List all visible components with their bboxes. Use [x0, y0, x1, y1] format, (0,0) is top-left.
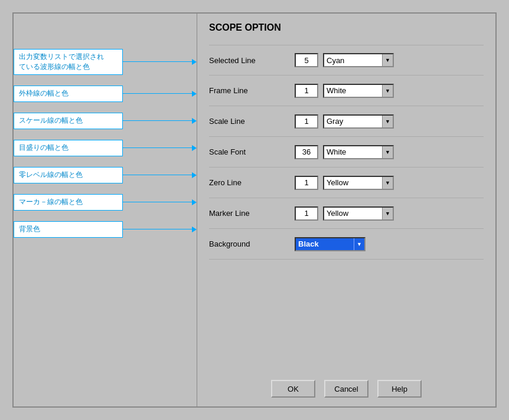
controls-zero-line: Cyan White Gray Yellow Black Red Green B…: [295, 176, 394, 190]
label-selected-line: Selected Line: [209, 56, 295, 65]
arrow-selected-line: [123, 59, 197, 65]
label-zero-line: Zero Line: [209, 178, 295, 187]
color-scale-font[interactable]: Cyan White Gray Yellow Black Red Green B…: [323, 145, 394, 159]
label-marker-line: Marker Line: [209, 209, 295, 218]
arrow-background: [123, 227, 197, 232]
label-frame-line: Frame Line: [209, 86, 295, 95]
color-wrapper-marker-line: Cyan White Gray Yellow Black Red Green B…: [323, 206, 394, 221]
annotation-box-scale-line: スケール線の幅と色: [14, 113, 123, 129]
row-scale-font: Scale Font Cyan White Gray Yellow Black …: [209, 137, 484, 168]
label-scale-font: Scale Font: [209, 147, 295, 156]
color-marker-line[interactable]: Cyan White Gray Yellow Black Red Green B…: [323, 206, 394, 221]
annotation-zero-line: 零レベル線の幅と色: [14, 167, 197, 183]
button-row: OK Cancel Help: [209, 380, 484, 398]
controls-scale-font: Cyan White Gray Yellow Black Red Green B…: [295, 145, 394, 159]
annotation-box-marker-line: マーカ－線の幅と色: [14, 194, 123, 211]
annotation-box-background: 背景色: [14, 221, 123, 238]
arrow-zero-line: [123, 172, 197, 178]
color-wrapper-scale-line: Cyan White Gray Yellow Black Red Green B…: [323, 114, 394, 129]
controls-selected-line: Cyan White Gray Yellow Black Red Green B…: [295, 53, 394, 67]
options-panel: SCOPE OPTION Selected Line Cyan White Gr…: [197, 14, 495, 406]
cancel-button[interactable]: Cancel: [324, 380, 368, 398]
arrow-scale-line: [123, 118, 197, 124]
color-scale-line[interactable]: Cyan White Gray Yellow Black Red Green B…: [323, 114, 394, 129]
arrow-scale-font: [123, 145, 197, 151]
annotation-scale-line: スケール線の幅と色: [14, 113, 197, 129]
color-background[interactable]: Cyan White Gray Yellow Black Red Green B…: [295, 237, 366, 251]
annotation-marker-line: マーカ－線の幅と色: [14, 194, 197, 211]
width-zero-line[interactable]: [295, 176, 318, 190]
width-frame-line[interactable]: [295, 84, 318, 98]
width-scale-font[interactable]: [295, 145, 318, 159]
annotation-box-frame-line: 外枠線の幅と色: [14, 86, 123, 102]
color-zero-line[interactable]: Cyan White Gray Yellow Black Red Green B…: [323, 176, 394, 190]
row-marker-line: Marker Line Cyan White Gray Yellow Black…: [209, 198, 484, 229]
ok-button[interactable]: OK: [271, 380, 315, 398]
annotation-background: 背景色: [14, 221, 197, 238]
controls-background: Cyan White Gray Yellow Black Red Green B…: [295, 237, 366, 251]
color-wrapper-zero-line: Cyan White Gray Yellow Black Red Green B…: [323, 176, 394, 190]
row-selected-line: Selected Line Cyan White Gray Yellow Bla…: [209, 45, 484, 76]
label-background: Background: [209, 239, 295, 248]
annotation-selected-line: 出力変数リストで選択されている波形線の幅と色: [14, 49, 197, 75]
color-wrapper-scale-font: Cyan White Gray Yellow Black Red Green B…: [323, 145, 394, 159]
width-scale-line[interactable]: [295, 114, 318, 129]
row-background: Background Cyan White Gray Yellow Black …: [209, 229, 484, 260]
annotation-panel: 出力変数リストで選択されている波形線の幅と色 外枠線の幅と色 スケール線の幅と色: [14, 14, 197, 406]
arrow-marker-line: [123, 199, 197, 205]
options-grid: Selected Line Cyan White Gray Yellow Bla…: [209, 45, 484, 368]
color-selected-line[interactable]: Cyan White Gray Yellow Black Red Green B…: [323, 53, 394, 67]
color-frame-line[interactable]: Cyan White Gray Yellow Black Red Green B…: [323, 84, 394, 98]
width-marker-line[interactable]: [295, 206, 318, 221]
annotation-box-selected-line: 出力変数リストで選択されている波形線の幅と色: [14, 49, 123, 75]
row-frame-line: Frame Line Cyan White Gray Yellow Black …: [209, 76, 484, 106]
dialog-title: SCOPE OPTION: [209, 22, 484, 33]
controls-marker-line: Cyan White Gray Yellow Black Red Green B…: [295, 206, 394, 221]
controls-scale-line: Cyan White Gray Yellow Black Red Green B…: [295, 114, 394, 129]
annotation-box-scale-font: 目盛りの幅と色: [14, 140, 123, 156]
color-wrapper-selected-line: Cyan White Gray Yellow Black Red Green B…: [323, 53, 394, 67]
color-wrapper-frame-line: Cyan White Gray Yellow Black Red Green B…: [323, 84, 394, 98]
help-button[interactable]: Help: [377, 380, 422, 398]
arrow-frame-line: [123, 91, 197, 97]
annotation-box-zero-line: 零レベル線の幅と色: [14, 167, 123, 183]
label-scale-line: Scale Line: [209, 117, 295, 126]
annotation-frame-line: 外枠線の幅と色: [14, 86, 197, 102]
color-wrapper-background: Cyan White Gray Yellow Black Red Green B…: [295, 237, 366, 251]
row-scale-line: Scale Line Cyan White Gray Yellow Black …: [209, 106, 484, 137]
row-zero-line: Zero Line Cyan White Gray Yellow Black R…: [209, 168, 484, 198]
annotation-scale-font: 目盛りの幅と色: [14, 140, 197, 156]
width-selected-line[interactable]: [295, 53, 318, 67]
controls-frame-line: Cyan White Gray Yellow Black Red Green B…: [295, 84, 394, 98]
scope-option-dialog: 出力変数リストで選択されている波形線の幅と色 外枠線の幅と色 スケール線の幅と色: [12, 12, 497, 408]
